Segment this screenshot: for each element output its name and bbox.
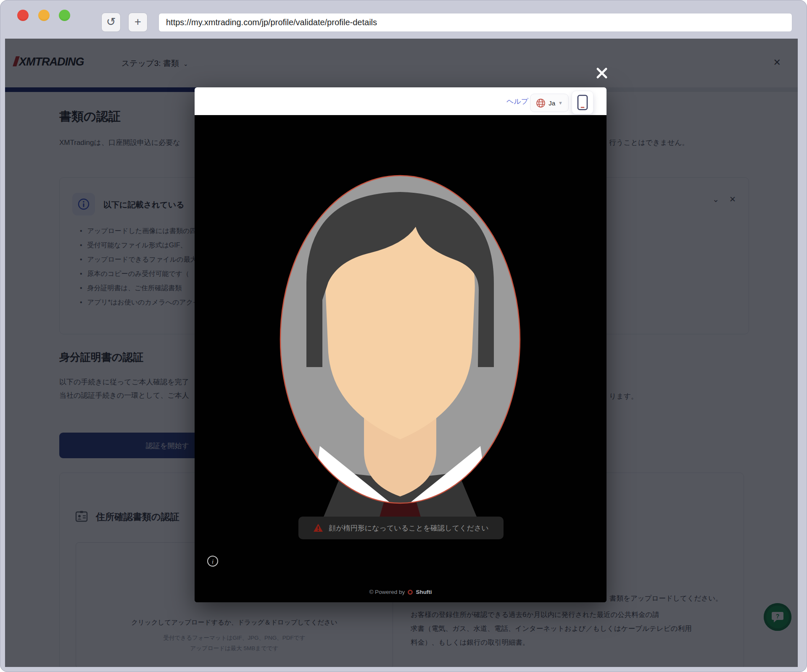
reload-icon: ↺ xyxy=(106,16,116,28)
kyc-modal: ヘルプ Ja ▼ 顔全体を見せて xyxy=(195,87,607,602)
modal-close-button[interactable] xyxy=(595,66,609,81)
camera-info-icon[interactable]: i xyxy=(207,556,218,567)
warning-text: 顔が楕円形になっていることを確認してください xyxy=(329,523,488,533)
address-bar[interactable]: https://my.xmtrading.com/jp/profile/vali… xyxy=(158,13,792,32)
switch-to-phone-button[interactable] xyxy=(572,91,593,114)
new-tab-button[interactable]: + xyxy=(128,13,148,32)
shufti-brand-text: Shufti xyxy=(416,589,432,595)
powered-by-text: © Powered by xyxy=(369,589,405,595)
language-selector[interactable]: Ja ▼ xyxy=(530,94,569,112)
close-icon xyxy=(595,66,609,80)
chevron-down-icon: ▼ xyxy=(558,100,563,105)
shufti-logo-icon xyxy=(408,590,413,595)
smartphone-icon xyxy=(577,94,588,110)
warning-triangle-icon xyxy=(313,523,323,533)
camera-view: 顔全体を見せて xyxy=(195,115,607,602)
browser-chrome: ↺ + https://my.xmtrading.com/jp/profile/… xyxy=(0,0,807,39)
window-close-button[interactable] xyxy=(17,10,29,21)
browser-window: ↺ + https://my.xmtrading.com/jp/profile/… xyxy=(0,0,807,672)
reload-button[interactable]: ↺ xyxy=(101,13,121,32)
powered-by: © Powered by Shufti xyxy=(195,589,607,595)
help-link[interactable]: ヘルプ xyxy=(506,97,528,106)
kyc-modal-header: ヘルプ Ja ▼ xyxy=(195,87,607,115)
plus-icon: + xyxy=(134,16,141,28)
globe-icon xyxy=(536,98,546,108)
window-minimize-button[interactable] xyxy=(38,10,50,21)
language-value: Ja xyxy=(549,100,555,107)
warning-toast: 顔が楕円形になっていることを確認してください xyxy=(298,517,504,539)
page-content: XMTRADING ステップ3: 書類⌄ ✕ 書類の認証 XMTradingは、… xyxy=(5,39,798,667)
window-zoom-button[interactable] xyxy=(59,10,70,21)
